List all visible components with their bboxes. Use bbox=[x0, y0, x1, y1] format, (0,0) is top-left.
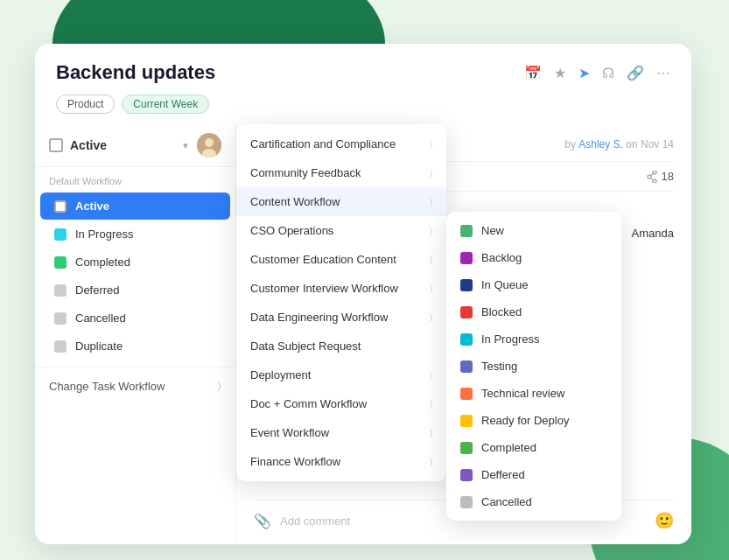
backlog-status-label: Backlog bbox=[481, 251, 522, 264]
card-header: Backend updates 📅 ★ ➤ ☊ 🔗 ⋯ bbox=[35, 44, 691, 91]
tag-product[interactable]: Product bbox=[56, 94, 115, 114]
change-task-workflow-label: Change Task Workflow bbox=[49, 380, 165, 393]
status-item-blocked[interactable]: Blocked bbox=[446, 298, 621, 326]
active-status-label: Active bbox=[70, 138, 174, 152]
dropdown-item-data-eng[interactable]: Data Engineering Workflow 〉 bbox=[236, 303, 446, 332]
new-status-label: New bbox=[481, 224, 504, 237]
testing-status-label: Testing bbox=[481, 360, 517, 373]
pin-icon[interactable]: ➤ bbox=[578, 65, 590, 81]
svg-point-8 bbox=[648, 175, 651, 178]
change-task-workflow-button[interactable]: Change Task Workflow 〉 bbox=[35, 367, 235, 405]
workflow-item-deferred[interactable]: Deferred bbox=[40, 276, 230, 304]
dropdown-item-certification[interactable]: Cartification and Compliance 〉 bbox=[236, 130, 446, 158]
calendar-icon[interactable]: 📅 bbox=[524, 65, 542, 81]
action-count: 18 bbox=[646, 170, 674, 183]
status-item-new[interactable]: New bbox=[446, 217, 621, 244]
count-value: 18 bbox=[662, 170, 674, 183]
duplicate-label: Duplicate bbox=[75, 340, 123, 353]
inprogress-status-dot bbox=[460, 333, 473, 346]
dropdown-item-label: Cartification and Compliance bbox=[250, 137, 430, 150]
completed-status-dot bbox=[460, 442, 473, 454]
attachment-icon[interactable]: 📎 bbox=[254, 513, 271, 529]
ready-deploy-status-label: Ready for Deploy bbox=[481, 414, 569, 427]
star-icon[interactable]: ★ bbox=[554, 65, 566, 81]
dropdown-item-label: Data Engineering Workflow bbox=[250, 311, 430, 324]
dropdown-item-label: Customer Education Content bbox=[250, 253, 430, 266]
chevron-icon: 〉 bbox=[430, 197, 432, 207]
testing-status-dot bbox=[460, 360, 473, 373]
dropdown-item-label: Doc + Comm Workflow bbox=[250, 397, 430, 410]
dropdown-item-event[interactable]: Event Workflow 〉 bbox=[236, 418, 446, 447]
dropdown-item-label: CSO Operations bbox=[250, 224, 430, 237]
chevron-icon: 〉 bbox=[430, 312, 432, 323]
status-item-cancelled[interactable]: Cancelled bbox=[446, 488, 621, 515]
dropdown-item-finance[interactable]: Finance Workflow 〉 bbox=[236, 447, 446, 476]
chevron-icon: 〉 bbox=[430, 284, 432, 294]
dropdown-item-data-subject[interactable]: Data Subject Request bbox=[236, 332, 446, 360]
chevron-icon: 〉 bbox=[430, 255, 432, 265]
more-icon[interactable]: ⋯ bbox=[656, 65, 670, 81]
dropdown-item-cso[interactable]: CSO Operations 〉 bbox=[236, 216, 446, 245]
dropdown-item-customer-edu[interactable]: Customer Education Content 〉 bbox=[236, 245, 446, 274]
workflow-item-inprogress[interactable]: In Progress bbox=[40, 220, 230, 248]
svg-line-12 bbox=[651, 178, 653, 180]
status-dropdown-menu: New Backlog In Queue Blocked In Progress bbox=[446, 212, 621, 521]
link-icon[interactable]: 🔗 bbox=[627, 65, 644, 81]
status-item-inqueue[interactable]: In Queue bbox=[446, 271, 621, 298]
workflow-item-duplicate[interactable]: Duplicate bbox=[40, 332, 230, 360]
tech-review-status-label: Technical review bbox=[481, 387, 564, 400]
ready-deploy-status-dot bbox=[460, 415, 473, 427]
workflow-selector[interactable]: Active ▼ bbox=[35, 124, 235, 167]
svg-point-10 bbox=[653, 179, 656, 183]
status-item-inprogress[interactable]: In Progress bbox=[446, 326, 621, 353]
workflow-item-cancelled[interactable]: Cancelled bbox=[40, 304, 230, 332]
status-square-icon bbox=[49, 138, 63, 152]
chevron-icon: 〉 bbox=[430, 226, 432, 236]
chevron-icon: 〉 bbox=[430, 168, 432, 178]
active-dot-icon bbox=[54, 200, 67, 213]
status-item-deffered[interactable]: Deffered bbox=[446, 461, 621, 488]
dropdown-item-doc-comm[interactable]: Doc + Comm Workflow 〉 bbox=[236, 389, 446, 418]
chevron-right-icon: 〉 bbox=[218, 381, 221, 392]
new-status-dot bbox=[460, 225, 473, 237]
svg-point-9 bbox=[653, 171, 656, 174]
inqueue-status-dot bbox=[460, 279, 473, 291]
avatar bbox=[197, 133, 221, 158]
chevron-icon: 〉 bbox=[430, 139, 432, 150]
deferred-dot-icon bbox=[54, 284, 67, 297]
inprogress-label: In Progress bbox=[75, 228, 133, 241]
tech-review-status-dot bbox=[460, 388, 473, 400]
emoji-icon[interactable]: 🙂 bbox=[655, 511, 674, 530]
inprogress-status-label: In Progress bbox=[481, 332, 539, 346]
blocked-status-dot bbox=[460, 306, 473, 318]
status-item-testing[interactable]: Testing bbox=[446, 353, 621, 380]
status-item-technical-review[interactable]: Technical review bbox=[446, 380, 621, 407]
inqueue-status-label: In Queue bbox=[481, 278, 529, 291]
dropdown-item-label: Event Workflow bbox=[250, 426, 430, 439]
dropdown-arrow-icon: ▼ bbox=[181, 141, 190, 150]
workflow-item-active[interactable]: Active bbox=[40, 192, 230, 220]
dropdown-item-label: Finance Workflow bbox=[250, 455, 430, 468]
inprogress-dot-icon bbox=[54, 228, 67, 241]
workflow-item-completed[interactable]: Completed bbox=[40, 248, 230, 276]
dropdown-item-deployment[interactable]: Deployment 〉 bbox=[236, 360, 446, 389]
status-item-ready-deploy[interactable]: Ready for Deploy bbox=[446, 407, 621, 434]
dropdown-item-customer-interview[interactable]: Customer Interview Workflow 〉 bbox=[236, 274, 446, 303]
dropdown-item-label: Community Feedback bbox=[250, 166, 430, 179]
left-panel: Active ▼ Default Workflow Active In bbox=[35, 124, 236, 544]
main-card: Backend updates 📅 ★ ➤ ☊ 🔗 ⋯ Product Curr… bbox=[35, 44, 691, 544]
completed-dot-icon bbox=[54, 256, 67, 269]
svg-point-1 bbox=[205, 138, 214, 147]
workflow-dropdown-menu: Cartification and Compliance 〉 Community… bbox=[236, 124, 446, 481]
dropdown-item-community[interactable]: Community Feedback 〉 bbox=[236, 158, 446, 187]
tag-current-week[interactable]: Current Week bbox=[122, 94, 209, 114]
status-item-backlog[interactable]: Backlog bbox=[446, 244, 621, 271]
dropdown-item-content[interactable]: Content Workflow 〉 bbox=[236, 187, 446, 216]
status-item-completed[interactable]: Completed bbox=[446, 434, 621, 461]
active-label: Active bbox=[75, 200, 109, 213]
dropdown-item-label: Data Subject Request bbox=[250, 340, 432, 353]
chevron-icon: 〉 bbox=[430, 370, 432, 381]
assignee-name: Amanda bbox=[632, 227, 674, 240]
rss-icon[interactable]: ☊ bbox=[602, 65, 614, 81]
blocked-status-label: Blocked bbox=[481, 305, 522, 318]
